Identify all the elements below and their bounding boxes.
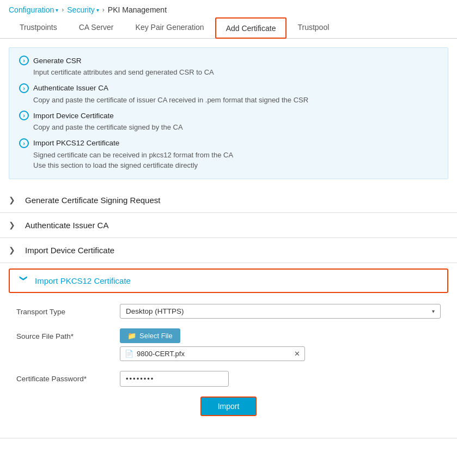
- label-transport-type: Transport Type: [16, 304, 114, 316]
- file-input-row: 📄 9800-CERT.pfx ✕: [120, 346, 305, 361]
- tab-ca-server[interactable]: CA Server: [68, 17, 125, 39]
- breadcrumb-config-caret: ▾: [56, 7, 58, 13]
- file-name-display: 9800-CERT.pfx: [137, 350, 294, 358]
- source-file-control: 📁 Select File 📄 9800-CERT.pfx ✕: [120, 328, 441, 361]
- import-btn-row: Import: [16, 396, 441, 427]
- breadcrumb-security-label: Security: [67, 5, 95, 14]
- info-desc-pkcs12-1: Signed certificate can be received in pk…: [19, 150, 438, 161]
- breadcrumb-security-caret: ▾: [96, 7, 99, 13]
- section-import-device[interactable]: ❯ Import Device Certificate: [0, 238, 457, 263]
- transport-type-control: Desktop (HTTPS) ▾: [120, 304, 441, 319]
- info-desc-csr: Input certificate attributes and send ge…: [19, 67, 438, 78]
- section-label-generate-csr: Generate Certificate Signing Request: [25, 196, 160, 205]
- info-item-csr: › Generate CSR Input certificate attribu…: [19, 56, 438, 78]
- select-file-button[interactable]: 📁 Select File: [120, 328, 180, 343]
- transport-type-value: Desktop (HTTPS): [126, 307, 184, 315]
- dropdown-caret-transport: ▾: [432, 308, 435, 314]
- info-title-auth: Authenticate Issuer CA: [33, 84, 108, 92]
- form-row-source-file: Source File Path* 📁 Select File 📄 9800-C…: [16, 328, 441, 361]
- info-desc-import-device: Copy and paste the certificate signed by…: [19, 122, 438, 133]
- section-import-pkcs12: ❯ Import PKCS12 Certificate Transport Ty…: [0, 268, 457, 438]
- section-label-import-device: Import Device Certificate: [25, 246, 114, 255]
- breadcrumb-sep1: ›: [62, 6, 64, 14]
- label-cert-password: Certificate Password*: [16, 371, 114, 383]
- cert-password-control: [120, 371, 441, 387]
- info-circle-csr: ›: [19, 56, 29, 65]
- info-title-import-device: Import Device Certificate: [33, 112, 114, 120]
- import-button[interactable]: Import: [200, 396, 257, 416]
- chevron-import-device: ❯: [9, 246, 20, 254]
- tab-add-certificate[interactable]: Add Certificate: [215, 17, 287, 39]
- folder-icon: 📁: [127, 332, 136, 340]
- form-row-cert-password: Certificate Password*: [16, 371, 441, 387]
- breadcrumb-current: PKI Management: [108, 5, 167, 14]
- breadcrumb-config-label: Configuration: [9, 5, 54, 14]
- info-item-auth: › Authenticate Issuer CA Copy and paste …: [19, 83, 438, 106]
- info-item-pkcs12: › Import PKCS12 Certificate Signed certi…: [19, 138, 438, 171]
- info-title-csr: Generate CSR: [33, 57, 82, 65]
- info-item-import-device: › Import Device Certificate Copy and pas…: [19, 111, 438, 133]
- tab-key-pair[interactable]: Key Pair Generation: [125, 17, 215, 39]
- section-header-import-pkcs12[interactable]: ❯ Import PKCS12 Certificate: [10, 270, 447, 292]
- chevron-generate-csr: ❯: [9, 196, 20, 204]
- label-source-file: Source File Path*: [16, 328, 114, 340]
- tab-trustpool[interactable]: Trustpool: [287, 17, 340, 39]
- section-auth-issuer[interactable]: ❯ Authenticate Issuer CA: [0, 213, 457, 238]
- tab-trustpoints[interactable]: Trustpoints: [9, 17, 68, 39]
- info-circle-auth: ›: [19, 83, 29, 93]
- info-desc-auth: Copy and paste the certificate of issuer…: [19, 95, 438, 106]
- breadcrumb-security[interactable]: Security ▾: [67, 5, 99, 14]
- breadcrumb-sep2: ›: [102, 6, 105, 14]
- file-icon: 📄: [125, 350, 133, 358]
- section-generate-csr[interactable]: ❯ Generate Certificate Signing Request: [0, 188, 457, 213]
- select-file-label: Select File: [139, 332, 173, 340]
- breadcrumb: Configuration ▾ › Security ▾ › PKI Manag…: [0, 0, 457, 17]
- form-pkcs12: Transport Type Desktop (HTTPS) ▾ Source …: [0, 293, 457, 438]
- info-box: › Generate CSR Input certificate attribu…: [9, 47, 448, 179]
- info-circle-pkcs12: ›: [19, 138, 29, 148]
- main-content: › Generate CSR Input certificate attribu…: [0, 47, 457, 438]
- chevron-import-pkcs12: ❯: [20, 275, 28, 286]
- section-label-auth-issuer: Authenticate Issuer CA: [25, 221, 108, 230]
- cert-password-input[interactable]: [120, 371, 229, 387]
- nav-tabs: Trustpoints CA Server Key Pair Generatio…: [0, 17, 457, 39]
- file-clear-button[interactable]: ✕: [294, 350, 300, 358]
- transport-type-dropdown[interactable]: Desktop (HTTPS) ▾: [120, 304, 441, 319]
- section-label-import-pkcs12: Import PKCS12 Certificate: [35, 276, 131, 285]
- breadcrumb-config[interactable]: Configuration ▾: [9, 5, 58, 14]
- form-row-transport: Transport Type Desktop (HTTPS) ▾: [16, 304, 441, 319]
- info-circle-import-device: ›: [19, 111, 29, 120]
- info-desc-pkcs12-2: Use this section to load the signed cert…: [19, 160, 438, 171]
- info-title-pkcs12: Import PKCS12 Certificate: [33, 139, 119, 147]
- chevron-auth-issuer: ❯: [9, 221, 20, 229]
